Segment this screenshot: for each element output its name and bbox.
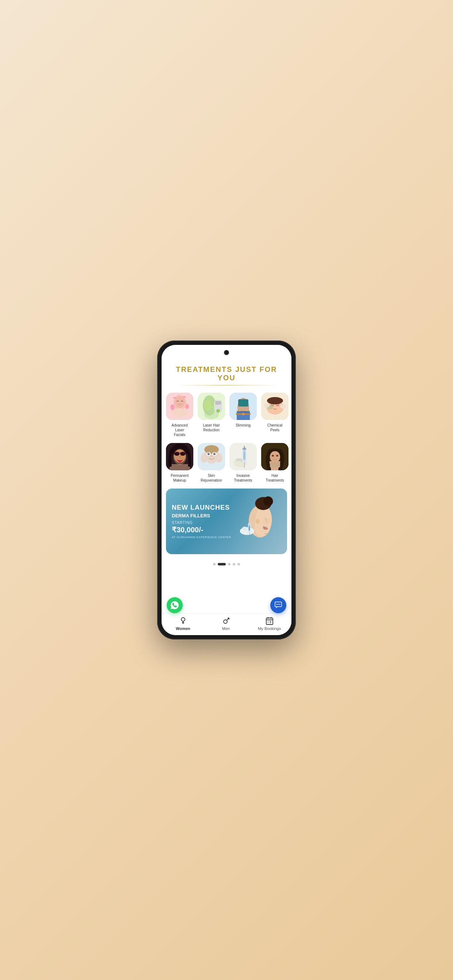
phone-screen: Treatments Just for You — [161, 345, 292, 635]
men-icon — [222, 617, 231, 625]
treatment-label-slimming: Slimming — [236, 423, 250, 428]
treatment-skin-rejuvenation[interactable]: SkinRejuvenation — [198, 443, 225, 483]
svg-point-77 — [276, 455, 278, 457]
page-title: Treatments Just for You — [161, 360, 292, 385]
svg-point-107 — [276, 604, 278, 605]
screen-content: Treatments Just for You — [161, 345, 292, 613]
svg-rect-5 — [183, 396, 186, 398]
treatment-image-laser-facials — [166, 393, 193, 420]
svg-rect-23 — [242, 413, 244, 415]
svg-rect-41 — [170, 464, 190, 470]
svg-point-108 — [278, 604, 279, 605]
dot-1[interactable] — [213, 563, 215, 565]
svg-point-73 — [270, 451, 280, 463]
banner-image — [226, 488, 287, 554]
treatment-chemical-peels[interactable]: ChemicalPeels — [261, 393, 289, 437]
svg-point-7 — [185, 404, 189, 409]
svg-rect-58 — [198, 443, 225, 470]
svg-point-93 — [223, 620, 227, 624]
chat-button[interactable] — [270, 597, 286, 613]
nav-bookings-label: My Bookings — [258, 626, 281, 631]
svg-point-28 — [264, 403, 270, 407]
svg-point-8 — [172, 408, 188, 417]
treatments-row-1: AdvancedLaserFacials — [161, 393, 292, 443]
nav-bookings[interactable]: My Bookings — [258, 617, 281, 631]
treatment-image-slimming — [230, 393, 257, 420]
banner-location: AT GURUGRAM EXPERIENCE CENTER — [172, 536, 233, 539]
banner-starting-label: STARTING — [172, 520, 233, 525]
banner-new-launches-label: NEW LAUNCHES — [172, 504, 233, 512]
treatment-label-chemical-peels: ChemicalPeels — [267, 423, 283, 433]
banner-product-label: DERMA FILLERS — [172, 513, 233, 519]
treatment-label-permanent-makeup: PermanentMakeup — [171, 473, 188, 483]
treatment-label-hair: HairTreatments — [266, 473, 284, 483]
svg-point-85 — [242, 527, 247, 530]
treatment-image-hair — [261, 443, 289, 470]
svg-point-17 — [204, 400, 212, 411]
treatment-image-permanent-makeup — [166, 443, 193, 470]
treatment-label-laser-hair: Laser HairReduction — [203, 423, 220, 433]
treatment-image-invasive — [230, 443, 257, 470]
svg-rect-78 — [270, 462, 280, 468]
bottom-navigation: Women Men — [161, 613, 292, 635]
treatment-laser-hair[interactable]: Laser HairReduction — [198, 393, 225, 437]
nav-women-label: Women — [176, 626, 190, 631]
nav-men-label: Men — [222, 626, 230, 631]
dot-2[interactable] — [218, 563, 226, 565]
svg-rect-69 — [244, 462, 245, 466]
svg-point-89 — [256, 519, 260, 524]
bookings-icon — [265, 617, 274, 625]
nav-men[interactable]: Men — [215, 617, 237, 631]
svg-rect-24 — [238, 399, 248, 407]
dot-3[interactable] — [228, 563, 231, 565]
svg-rect-68 — [244, 446, 245, 449]
treatment-label-laser-facials: AdvancedLaserFacials — [171, 423, 187, 437]
women-icon — [179, 617, 187, 625]
svg-line-94 — [227, 618, 229, 620]
carousel-dots — [161, 560, 292, 571]
svg-rect-14 — [215, 401, 221, 405]
svg-point-30 — [267, 397, 283, 404]
svg-point-15 — [216, 409, 220, 413]
phone-frame: Treatments Just for You — [157, 340, 296, 640]
treatment-hair[interactable]: HairTreatments — [261, 443, 289, 483]
svg-point-40 — [180, 452, 186, 455]
svg-point-109 — [279, 604, 281, 605]
svg-point-82 — [263, 496, 273, 506]
svg-point-76 — [272, 455, 274, 457]
treatment-image-laser-hair — [198, 393, 225, 420]
treatments-row-2: PermanentMakeup — [161, 443, 292, 488]
svg-point-64 — [236, 458, 239, 461]
camera-notch — [224, 350, 229, 355]
svg-rect-70 — [243, 452, 246, 460]
banner-price: ₹30,000/- — [172, 525, 233, 534]
treatment-invasive[interactable]: InvasiveTreatments — [230, 443, 257, 483]
dot-4[interactable] — [233, 563, 235, 565]
svg-point-90 — [181, 617, 185, 621]
svg-point-6 — [170, 404, 175, 410]
promo-banner[interactable]: NEW LAUNCHES DERMA FILLERS STARTING ₹30,… — [166, 488, 287, 554]
treatment-label-invasive: InvasiveTreatments — [234, 473, 252, 483]
treatment-image-chemical-peels — [261, 393, 289, 420]
treatment-image-skin-rejuvenation — [198, 443, 225, 470]
treatment-advanced-laser-facials[interactable]: AdvancedLaserFacials — [166, 393, 193, 437]
dot-5[interactable] — [238, 563, 240, 565]
treatment-label-skin-rejuvenation: SkinRejuvenation — [201, 473, 222, 483]
nav-women[interactable]: Women — [172, 617, 194, 631]
svg-rect-4 — [177, 396, 179, 397]
svg-rect-88 — [249, 526, 250, 530]
treatment-permanent-makeup[interactable]: PermanentMakeup — [166, 443, 193, 483]
svg-point-2 — [175, 396, 185, 408]
whatsapp-button[interactable] — [167, 597, 183, 613]
svg-point-39 — [174, 452, 180, 455]
svg-rect-3 — [173, 397, 176, 398]
svg-point-29 — [280, 404, 286, 409]
svg-point-83 — [263, 518, 270, 525]
treatment-slimming[interactable]: Slimming — [230, 393, 257, 437]
title-divider — [175, 385, 279, 385]
